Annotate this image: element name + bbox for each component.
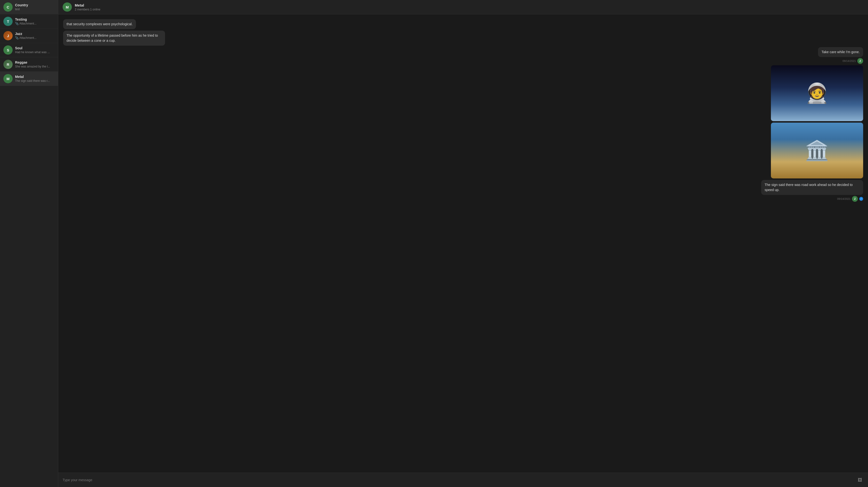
sidebar-item-name: Soul	[15, 46, 50, 50]
message-avatar: Z	[852, 196, 858, 202]
sidebar-item-preview: Had he known what was ...	[15, 51, 50, 54]
message-row: The sign said there was road work ahead …	[63, 180, 863, 202]
avatar: M	[3, 74, 12, 83]
sidebar-item-preview: She was amazed by the l...	[15, 65, 50, 68]
message-row: Take care while I'm gone.09/14/2021Z	[63, 47, 863, 64]
sidebar-item-preview: 📎 Attachment...	[15, 36, 36, 39]
message-row	[63, 123, 863, 178]
chat-header-meta: 2 members 1 online	[75, 8, 100, 11]
image-building[interactable]	[771, 123, 863, 178]
main-chat: M Metal 2 members 1 online that security…	[58, 0, 868, 487]
sidebar-item-testing[interactable]: TTesting📎 Attachment...	[0, 14, 58, 29]
sidebar-item-reggae[interactable]: RReggaeShe was amazed by the l...	[0, 57, 58, 71]
avatar: C	[3, 2, 12, 12]
sidebar-item-preview: The sign said there was r...	[15, 79, 50, 83]
sidebar-item-soul[interactable]: SSoulHad he known what was ...	[0, 43, 58, 57]
message-timestamp: 09/14/2021	[842, 59, 856, 62]
chat-header-info: Metal 2 members 1 online	[75, 3, 100, 11]
message-row	[63, 65, 863, 121]
sidebar-item-metal[interactable]: MMetalThe sign said there was r...	[0, 71, 58, 86]
avatar: J	[3, 31, 12, 40]
chat-header: M Metal 2 members 1 online	[58, 0, 868, 14]
message-bubble: that security complexes were psychologic…	[63, 19, 136, 29]
message-row: The opportunity of a lifetime passed bef…	[63, 31, 863, 45]
sidebar-item-text: Testing📎 Attachment...	[15, 18, 36, 25]
sidebar: CCountrytestTTesting📎 Attachment...JJazz…	[0, 0, 58, 487]
avatar: R	[3, 60, 12, 69]
chat-header-avatar: M	[63, 2, 72, 12]
sidebar-item-text: Jazz📎 Attachment...	[15, 32, 36, 39]
message-meta: 09/14/2021Z	[842, 58, 863, 64]
message-avatar: Z	[857, 58, 863, 64]
sidebar-item-name: Testing	[15, 18, 36, 21]
chat-header-name: Metal	[75, 3, 100, 7]
message-bubble: The opportunity of a lifetime passed bef…	[63, 31, 165, 45]
sidebar-item-name: Jazz	[15, 32, 36, 36]
sidebar-item-preview: test	[15, 7, 28, 11]
sidebar-item-name: Metal	[15, 75, 50, 79]
avatar: T	[3, 17, 12, 26]
sidebar-item-text: SoulHad he known what was ...	[15, 46, 50, 54]
sidebar-item-text: MetalThe sign said there was r...	[15, 75, 50, 83]
chat-messages: that security complexes were psychologic…	[58, 14, 868, 473]
message-bubble: The sign said there was road work ahead …	[761, 180, 863, 195]
attach-button[interactable]: 🖼	[856, 476, 864, 484]
sidebar-item-name: Country	[15, 3, 28, 7]
message-timestamp: 09/14/2021	[837, 197, 850, 200]
sidebar-item-country[interactable]: CCountrytest	[0, 0, 58, 14]
message-check-icon: ✓	[859, 197, 863, 201]
avatar: S	[3, 45, 12, 55]
sidebar-item-jazz[interactable]: JJazz📎 Attachment...	[0, 29, 58, 43]
message-input[interactable]	[63, 477, 854, 483]
message-row: that security complexes were psychologic…	[63, 19, 863, 29]
message-meta: 09/14/2021Z✓	[837, 196, 863, 202]
sidebar-item-preview: 📎 Attachment...	[15, 22, 36, 25]
chat-input-area: 🖼	[58, 473, 868, 487]
sidebar-item-name: Reggae	[15, 60, 50, 64]
sidebar-item-text: Countrytest	[15, 3, 28, 11]
sidebar-item-text: ReggaeShe was amazed by the l...	[15, 60, 50, 68]
image-astronaut[interactable]	[771, 65, 863, 121]
message-bubble: Take care while I'm gone.	[818, 47, 863, 57]
